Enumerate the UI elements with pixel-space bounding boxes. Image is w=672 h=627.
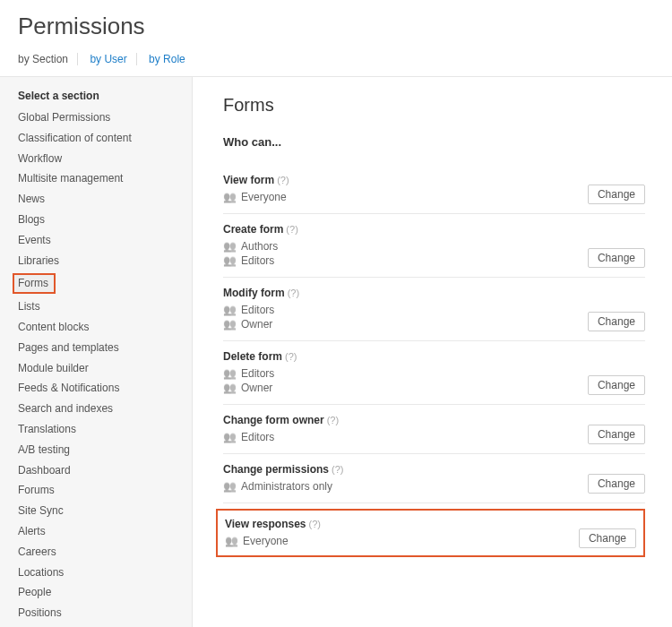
sidebar-item-label: Content blocks — [18, 321, 89, 333]
sidebar-item-news[interactable]: News — [18, 189, 181, 210]
sidebar-item-label: Pages and templates — [18, 341, 119, 354]
users-icon: 👥 — [223, 431, 236, 443]
sidebar-item-label: Events — [18, 234, 51, 246]
sidebar-item-positions[interactable]: Positions — [18, 603, 181, 623]
tab-by-role[interactable]: by Role — [140, 53, 194, 65]
sidebar-item-content-blocks[interactable]: Content blocks — [18, 317, 181, 338]
sidebar-item-locations[interactable]: Locations — [18, 563, 181, 583]
sidebar-item-classification-of-content[interactable]: Classification of content — [18, 128, 181, 149]
permission-role-label: Editors — [241, 304, 274, 316]
main-heading: Forms — [223, 95, 645, 116]
sidebar-item-label: Careers — [18, 545, 56, 558]
change-button[interactable]: Change — [579, 528, 636, 548]
users-icon: 👥 — [223, 382, 236, 394]
help-icon[interactable]: (?) — [288, 288, 299, 298]
permission-role-row: 👥Editors — [223, 430, 645, 444]
sidebar-item-dashboard[interactable]: Dashboard — [18, 460, 181, 481]
page-title: Permissions — [18, 13, 654, 40]
permission-change-form-owner: Change form owner(?)👥EditorsChange — [223, 405, 645, 454]
permission-role-row: 👥Everyone — [223, 190, 645, 204]
permission-title-text: View form — [223, 174, 274, 186]
sidebar-item-label: Feeds & Notifications — [18, 382, 119, 394]
sidebar-item-module-builder[interactable]: Module builder — [18, 358, 181, 379]
sidebar-item-careers[interactable]: Careers — [18, 542, 181, 563]
sidebar-item-label: Dashboard — [18, 464, 71, 477]
sidebar-item-pages-and-templates[interactable]: Pages and templates — [18, 338, 181, 358]
sidebar-item-global-permissions[interactable]: Global Permissions — [18, 107, 181, 128]
permission-view-form: View form(?)👥EveryoneChange — [223, 165, 645, 214]
page-header: Permissions by Section by User by Role — [0, 0, 672, 76]
change-button[interactable]: Change — [588, 248, 645, 268]
sidebar-item-feeds-notifications[interactable]: Feeds & Notifications — [18, 378, 181, 399]
change-button[interactable]: Change — [588, 474, 645, 494]
sidebar-item-label: Forms — [13, 273, 56, 294]
help-icon[interactable]: (?) — [285, 351, 297, 362]
sidebar-item-label: Classification of content — [18, 132, 132, 144]
help-icon[interactable]: (?) — [327, 415, 339, 425]
users-icon: 👥 — [223, 240, 236, 253]
sidebar-item-label: Module builder — [18, 362, 89, 374]
sidebar-item-people[interactable]: People — [18, 582, 181, 603]
permission-role-row: 👥Editors — [223, 253, 645, 268]
permission-title: View form(?) — [223, 174, 645, 186]
permission-title-text: Change form owner — [223, 414, 324, 426]
permission-title-text: Delete form — [223, 350, 282, 363]
permission-role-row: 👥Administrators only — [223, 479, 645, 494]
permission-role-label: Administrators only — [241, 480, 332, 493]
permission-role-label: Everyone — [241, 191, 287, 203]
sidebar-item-alerts[interactable]: Alerts — [18, 521, 181, 542]
change-button[interactable]: Change — [588, 375, 645, 395]
tab-by-user[interactable]: by User — [81, 53, 136, 65]
permission-role-row: 👥Owner — [223, 381, 645, 395]
change-button[interactable]: Change — [588, 425, 645, 444]
sidebar-item-label: Positions — [18, 606, 62, 619]
permission-title-text: Create form — [223, 223, 283, 236]
help-icon[interactable]: (?) — [277, 175, 289, 185]
users-icon: 👥 — [223, 480, 236, 493]
permission-role-label: Editors — [241, 431, 274, 443]
tab-by-section[interactable]: by Section — [18, 53, 78, 65]
sidebar-item-workflow[interactable]: Workflow — [18, 149, 181, 169]
permission-title-text: Change permissions — [223, 463, 329, 476]
sidebar-item-label: Locations — [18, 566, 64, 579]
sidebar-item-multisite-management[interactable]: Multisite management — [18, 168, 181, 189]
permission-role-label: Editors — [241, 254, 274, 267]
sidebar-item-translations[interactable]: Translations — [18, 419, 181, 440]
users-icon: 👥 — [223, 191, 236, 203]
sidebar-item-lists[interactable]: Lists — [18, 296, 181, 317]
permission-delete-form: Delete form(?)👥Editors👥OwnerChange — [223, 341, 645, 405]
help-icon[interactable]: (?) — [309, 519, 321, 529]
sidebar-item-site-sync[interactable]: Site Sync — [18, 501, 181, 521]
sidebar-item-forms[interactable]: Forms — [18, 271, 181, 296]
permission-title: Delete form(?) — [223, 350, 645, 363]
sidebar-item-blogs[interactable]: Blogs — [18, 210, 181, 230]
sidebar-item-label: Blogs — [18, 213, 45, 226]
sidebar-item-products[interactable]: Products — [18, 623, 181, 627]
sidebar-item-label: Forums — [18, 484, 55, 496]
help-icon[interactable]: (?) — [286, 224, 297, 235]
permission-role-row: 👥Everyone — [225, 534, 636, 548]
sidebar-item-libraries[interactable]: Libraries — [18, 251, 181, 271]
users-icon: 👥 — [223, 318, 236, 331]
sidebar-item-label: Search and indexes — [18, 402, 113, 415]
sidebar-item-label: Workflow — [18, 152, 62, 165]
permission-view-responses: View responses(?)👥EveryoneChange — [216, 509, 645, 557]
permission-title-text: Modify form — [223, 287, 285, 299]
permission-title: Create form(?) — [223, 223, 645, 236]
permission-title: View responses(?) — [225, 518, 636, 530]
users-icon: 👥 — [223, 367, 236, 380]
permission-title: Change permissions(?) — [223, 463, 645, 476]
who-can-label: Who can... — [223, 135, 645, 149]
permissions-list: View form(?)👥EveryoneChangeCreate form(?… — [223, 165, 645, 557]
help-icon[interactable]: (?) — [332, 464, 343, 475]
change-button[interactable]: Change — [588, 185, 645, 204]
sidebar-item-forums[interactable]: Forums — [18, 480, 181, 501]
sidebar-item-events[interactable]: Events — [18, 230, 181, 251]
sidebar-item-search-and-indexes[interactable]: Search and indexes — [18, 399, 181, 419]
sidebar-item-label: People — [18, 586, 51, 598]
sidebar-item-a-b-testing[interactable]: A/B testing — [18, 440, 181, 460]
sidebar-item-label: Translations — [18, 423, 76, 435]
permission-role-row: 👥Owner — [223, 317, 645, 331]
permission-create-form: Create form(?)👥Authors👥EditorsChange — [223, 214, 645, 278]
change-button[interactable]: Change — [588, 312, 645, 331]
